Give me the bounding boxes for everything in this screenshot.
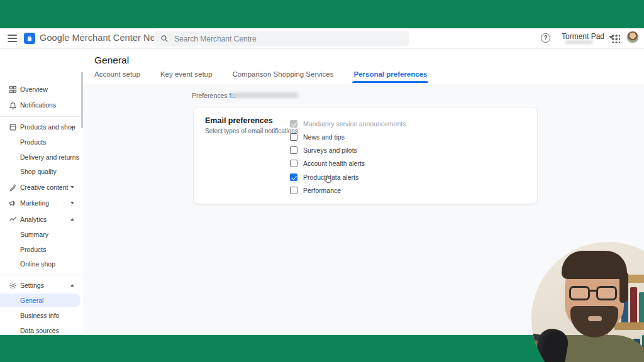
sidebar-item-notifications[interactable]: Notifications — [0, 98, 80, 112]
megaphone-icon — [8, 199, 17, 207]
merchant-center-logo-icon[interactable] — [24, 33, 35, 44]
checkbox-row-account-health-alerts[interactable]: Account health alerts — [290, 159, 365, 168]
dashboard-icon — [8, 85, 17, 94]
box-icon — [8, 123, 17, 131]
sidebar-divider — [0, 275, 83, 275]
bookshelf — [614, 322, 644, 330]
checkbox-row-performance[interactable]: Performance — [290, 186, 341, 195]
sidebar-item-online-shop[interactable]: Online shop — [0, 257, 80, 271]
microphone — [531, 327, 570, 362]
tab-personal-preferences[interactable]: Personal preferences — [352, 70, 428, 83]
preferences-for-label: Preferences for — [192, 92, 237, 99]
chevron-down-icon — [70, 186, 74, 189]
sidebar-item-creative-content[interactable]: Creative content — [0, 180, 80, 194]
search-bar[interactable] — [154, 31, 409, 47]
sidebar-nav: Overview Notifications Products and shop… — [0, 49, 83, 335]
checkbox-checked[interactable] — [290, 173, 297, 181]
sidebar-divider — [0, 116, 83, 117]
checkbox-checked-disabled — [290, 120, 297, 128]
sidebar-item-analytics[interactable]: Analytics — [0, 212, 80, 226]
checkbox-unchecked[interactable] — [290, 133, 297, 141]
help-icon[interactable] — [541, 33, 550, 43]
chevron-up-icon — [70, 218, 74, 221]
checkbox-unchecked[interactable] — [290, 146, 297, 154]
apps-grid-icon[interactable] — [611, 34, 620, 43]
search-icon — [160, 35, 169, 43]
checkbox-row-surveys-and-pilots[interactable]: Surveys and pilots — [290, 146, 357, 155]
glasses — [568, 286, 622, 301]
sidebar-item-products[interactable]: Products — [0, 135, 80, 149]
tab-account-setup[interactable]: Account setup — [93, 70, 142, 83]
redacted-email-address — [231, 92, 298, 98]
chevron-up-icon — [70, 126, 74, 128]
sidebar-item-delivery-and-returns[interactable]: Delivery and returns — [0, 150, 80, 164]
hamburger-menu-icon[interactable] — [8, 35, 17, 42]
bell-icon — [8, 101, 17, 109]
sidebar-item-products-and-shop[interactable]: Products and shop — [0, 120, 80, 134]
checkbox-unchecked[interactable] — [290, 160, 297, 167]
person-hair — [562, 251, 627, 279]
tab-comparison-shopping-services[interactable]: Comparison Shopping Services — [231, 70, 335, 83]
tab-key-event-setup[interactable]: Key event setup — [159, 70, 213, 83]
checkbox-row-news-and-tips[interactable]: News and tips — [290, 133, 345, 141]
checkbox-unchecked[interactable] — [290, 187, 297, 194]
chevron-up-icon — [70, 284, 74, 287]
sidebar-item-data-sources[interactable]: Data sources — [0, 324, 80, 335]
tab-bar: Account setup Key event setup Comparison… — [93, 69, 446, 83]
sidebar-item-products-analytics[interactable]: Products — [0, 243, 80, 256]
checkbox-row-product-data-alerts[interactable]: Product data alerts — [290, 173, 358, 182]
sidebar-item-shop-quality[interactable]: Shop quality — [0, 165, 80, 178]
top-app-bar: Google Merchant Center Next Torment Pad — [0, 28, 644, 49]
email-preferences-card: Email preferences Select types of email … — [193, 107, 538, 204]
card-heading: Email preferences — [205, 116, 273, 125]
product-name: Google Merchant Center Next — [40, 33, 162, 43]
line-chart-icon — [8, 215, 17, 224]
sidebar-item-general[interactable]: General — [0, 293, 80, 307]
magic-pen-icon — [8, 183, 17, 192]
redacted-account-id — [565, 40, 593, 44]
card-subheading: Select types of email notifications — [205, 128, 298, 134]
video-frame: Google Merchant Center Next Torment Pad … — [0, 0, 644, 362]
sidebar-item-summary[interactable]: Summary — [0, 228, 80, 241]
gear-icon — [8, 281, 17, 290]
search-input[interactable] — [174, 35, 402, 43]
checkbox-row-mandatory-service-announcements: Mandatory service announcements — [290, 119, 406, 128]
page-title: General — [94, 55, 129, 66]
sidebar-item-marketing[interactable]: Marketing — [0, 196, 80, 210]
person-beard — [570, 306, 618, 337]
account-switcher[interactable]: Torment Pad — [562, 32, 614, 41]
avatar[interactable] — [626, 31, 639, 43]
sidebar-item-settings[interactable]: Settings — [0, 278, 80, 292]
chevron-down-icon — [70, 202, 74, 204]
sidebar-item-overview[interactable]: Overview — [0, 82, 80, 96]
account-name: Torment Pad — [562, 32, 604, 41]
sidebar-item-business-info[interactable]: Business info — [0, 309, 80, 322]
